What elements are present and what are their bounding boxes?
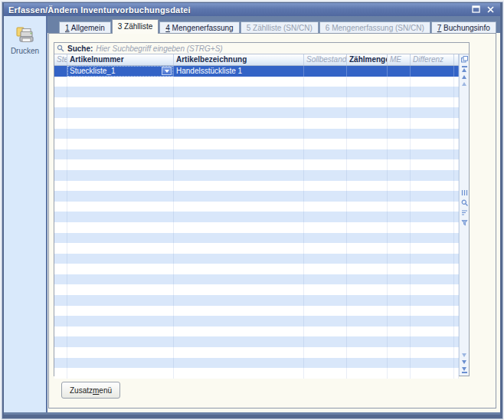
grid-cell — [388, 159, 411, 170]
grid-cell — [347, 170, 388, 181]
grid-cell — [54, 202, 67, 212]
grid-row-empty[interactable] — [54, 159, 459, 170]
scroll-to-bottom-button[interactable] — [462, 367, 467, 373]
column-header-sollbestand[interactable]: Sollbestand — [304, 54, 347, 65]
grid-row-empty[interactable] — [54, 316, 459, 326]
grid-cell — [411, 336, 454, 347]
grid-cell — [411, 233, 454, 244]
tab-mengenerfassung[interactable]: 4 Mengenerfassung — [159, 21, 239, 34]
grid-row-selected[interactable]: Stueckliste_1Handelsstückliste 1 — [54, 66, 459, 77]
grid-row-empty[interactable] — [54, 347, 459, 358]
page-up-button[interactable] — [462, 82, 466, 86]
grid-cell[interactable] — [411, 66, 454, 77]
grid-cell[interactable] — [388, 66, 411, 77]
grid-row-empty[interactable] — [54, 181, 459, 192]
grid-row-empty[interactable] — [54, 222, 459, 233]
grid-row-empty[interactable] — [54, 149, 459, 160]
grid-row-empty[interactable] — [54, 118, 459, 129]
grid-row-empty[interactable] — [54, 212, 459, 222]
grid-row-empty[interactable] — [54, 77, 459, 87]
column-header-me[interactable]: ME — [388, 54, 411, 65]
artikelbezeichnung-cell[interactable]: Handelsstückliste 1 — [174, 66, 304, 77]
close-button[interactable] — [486, 5, 496, 14]
grid-cell — [388, 212, 411, 222]
grid-cell[interactable] — [54, 66, 67, 77]
grid-row-empty[interactable] — [54, 254, 459, 264]
grid-row-empty[interactable] — [54, 358, 459, 369]
grid-row-empty[interactable] — [54, 170, 459, 181]
grid-cell — [411, 202, 454, 212]
column-header-differenz[interactable]: Differenz — [411, 54, 454, 65]
scroll-up-button[interactable] — [462, 75, 466, 79]
grid-cell — [54, 222, 67, 233]
grid-row-empty[interactable] — [54, 326, 459, 337]
grid-row-empty[interactable] — [54, 306, 459, 317]
grid-row-empty[interactable] — [54, 107, 459, 118]
grid-row-empty[interactable] — [54, 139, 459, 149]
filter-icon[interactable] — [461, 219, 468, 226]
columns-icon[interactable] — [461, 189, 468, 196]
column-header-z-hlmenge[interactable]: Zählmenge — [347, 54, 388, 65]
search-placeholder: Hier Suchbegriff eingeben (STRG+S) — [96, 44, 222, 53]
grid-search-bar[interactable]: Suche: Hier Suchbegriff eingeben (STRG+S… — [54, 43, 469, 54]
grid-row-empty[interactable] — [54, 129, 459, 139]
grid-row-empty[interactable] — [54, 264, 459, 274]
grid-cell — [304, 181, 347, 192]
grid-row-empty[interactable] — [54, 368, 459, 379]
dropdown-button[interactable] — [162, 67, 172, 75]
grid-cell — [388, 264, 411, 274]
grid-cell — [411, 254, 454, 264]
zusatzmenu-button[interactable]: Zusatzmenü — [61, 382, 120, 399]
grid-cell — [174, 159, 304, 170]
grid-row-empty[interactable] — [54, 284, 459, 295]
grid-cell — [54, 97, 67, 108]
column-header-steu[interactable]: Steu — [54, 54, 67, 65]
grid-row-empty[interactable] — [54, 274, 459, 285]
grid-cell — [304, 368, 347, 379]
title-bar[interactable]: Erfassen/Ändern Inventurvorbuchungsdatei — [4, 3, 500, 16]
grid-row-empty[interactable] — [54, 97, 459, 108]
zoom-icon[interactable] — [461, 199, 468, 206]
print-button[interactable]: Drucken — [4, 25, 46, 55]
column-header-artikelnummer[interactable]: Artikelnummer — [67, 54, 174, 65]
tab-zaehlliste[interactable]: 3 Zählliste — [112, 19, 159, 34]
grid-row-empty[interactable] — [54, 336, 459, 347]
grid-cell — [347, 274, 388, 285]
grid-cell — [174, 107, 304, 118]
grid-scrollbar[interactable] — [459, 54, 469, 376]
grid-row-empty[interactable] — [54, 191, 459, 202]
scroll-to-top-button[interactable] — [462, 66, 467, 72]
column-header-artikelbezeichnung[interactable]: Artikelbezeichnung — [174, 54, 304, 65]
left-toolbar: Drucken — [4, 16, 47, 412]
grid-cell — [67, 77, 174, 87]
grid-cell — [411, 149, 454, 160]
grid-cell — [67, 212, 174, 222]
maximize-button[interactable] — [471, 5, 481, 14]
grid-cell — [67, 254, 174, 264]
tab-mengenerfassung-sn-cn: 6 Mengenerfassung (SN/CN) — [319, 21, 430, 34]
dialog-client-area: Drucken 1 Allgemein3 Zählliste4 Mengener… — [4, 16, 500, 415]
column-chooser-icon[interactable] — [461, 56, 468, 63]
grid-row-empty[interactable] — [54, 202, 459, 212]
grid-row-empty[interactable] — [54, 233, 459, 244]
grid-cell[interactable] — [347, 66, 388, 77]
grid-cell — [67, 139, 174, 149]
scroll-down-button[interactable] — [462, 360, 466, 364]
page-down-button[interactable] — [462, 353, 466, 357]
grid-row-empty[interactable] — [54, 295, 459, 306]
grid-cell — [67, 181, 174, 192]
tab-buchungsinfo[interactable]: 7 Buchungsinfo — [431, 21, 496, 34]
grid-cell — [174, 233, 304, 244]
grid-cell — [347, 306, 388, 317]
grid-cell — [347, 233, 388, 244]
grid-cell — [54, 191, 67, 202]
tab-allgemein[interactable]: 1 Allgemein — [59, 21, 111, 34]
grid-row-empty[interactable] — [54, 243, 459, 254]
grid-cell — [347, 336, 388, 347]
chevron-down-icon — [165, 70, 169, 73]
sort-icon[interactable] — [461, 209, 468, 216]
grid-row-empty[interactable] — [54, 87, 459, 97]
artikelnummer-combo-cell[interactable]: Stueckliste_1 — [67, 66, 174, 77]
grid-cell — [304, 191, 347, 202]
grid-cell[interactable] — [304, 66, 347, 77]
